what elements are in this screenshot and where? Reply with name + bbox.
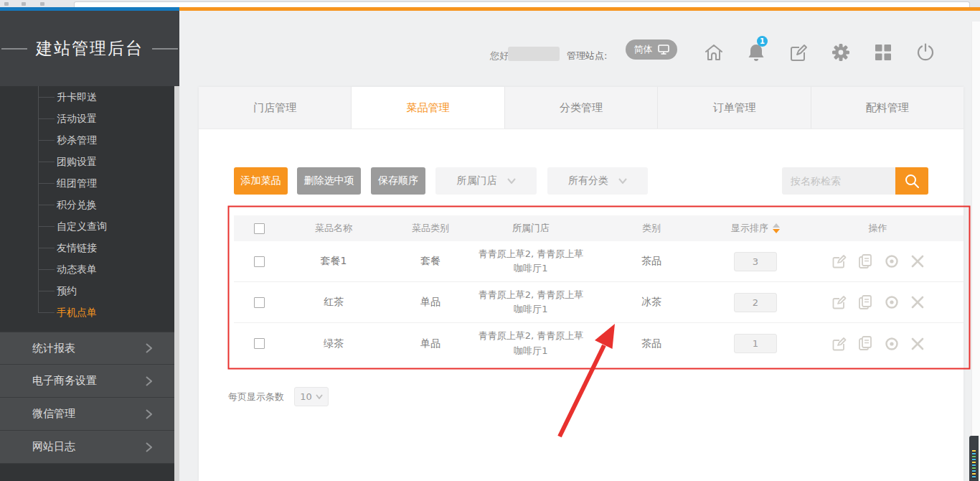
row-checkbox[interactable] xyxy=(254,338,265,349)
category-filter-dropdown[interactable]: 所有分类 xyxy=(547,167,648,195)
page-size-dropdown[interactable]: 10 xyxy=(294,387,329,406)
browser-icon[interactable] xyxy=(4,2,9,6)
chevron-right-icon xyxy=(146,343,152,353)
apps-button[interactable] xyxy=(869,38,897,67)
table-row: 红茶 单品 青青原上草2, 青青原上草咖啡厅1 冰茶 xyxy=(234,282,963,323)
store-filter-dropdown[interactable]: 所属门店 xyxy=(435,167,537,195)
dish-store: 青青原上草2, 青青原上草咖啡厅1 xyxy=(478,329,584,358)
view-button[interactable] xyxy=(885,337,899,351)
view-button[interactable] xyxy=(885,254,899,268)
edit-button[interactable] xyxy=(832,337,847,351)
tab-category-manage[interactable]: 分类管理 xyxy=(505,87,658,129)
sidebar-item-activity[interactable]: 活动设置 xyxy=(0,108,179,129)
row-checkbox[interactable] xyxy=(254,256,265,267)
column-header-ops: 操作 xyxy=(792,222,963,235)
search-button[interactable] xyxy=(895,167,928,195)
section-label: 网站日志 xyxy=(32,440,75,454)
view-button[interactable] xyxy=(885,295,899,309)
tab-store-manage[interactable]: 门店管理 xyxy=(199,87,352,129)
sort-order-input[interactable] xyxy=(734,293,777,312)
sidebar-section-logs[interactable]: 网站日志 xyxy=(0,431,179,464)
edit-button[interactable] xyxy=(832,254,847,268)
section-label: 统计报表 xyxy=(32,342,75,355)
content-card: 门店管理 菜品管理 分类管理 订单管理 配料管理 添加菜品 删除选中项 保存顺序… xyxy=(199,87,963,481)
sidebar-submenu: 升卡即送 活动设置 秒杀管理 团购设置 组团管理 积分兑换 自定义查询 友情链接… xyxy=(0,86,179,323)
sidebar-sections: 统计报表 电子商务设置 微信管理 网站日志 xyxy=(0,332,179,464)
gear-icon xyxy=(831,43,850,62)
column-header-category: 类别 xyxy=(584,222,719,235)
sidebar-section-ecommerce[interactable]: 电子商务设置 xyxy=(0,365,179,398)
tab-order-manage[interactable]: 订单管理 xyxy=(658,87,811,129)
app-title: 建站管理后台 xyxy=(36,37,143,60)
sidebar: 建站管理后台 升卡即送 活动设置 秒杀管理 团购设置 组团管理 积分兑换 自定义… xyxy=(0,11,179,481)
home-icon xyxy=(704,43,724,62)
save-order-button[interactable]: 保存顺序 xyxy=(371,167,425,195)
sidebar-scrollbar[interactable] xyxy=(174,86,179,481)
edit-button[interactable] xyxy=(832,295,847,309)
dish-category: 茶品 xyxy=(584,337,719,350)
notification-badge: 1 xyxy=(757,36,768,47)
sort-order-input[interactable] xyxy=(734,252,777,271)
sidebar-item-reservation[interactable]: 预约 xyxy=(0,280,179,302)
url-bar[interactable] xyxy=(74,1,970,7)
sidebar-section-wechat[interactable]: 微信管理 xyxy=(0,398,179,431)
store-filter-label: 所属门店 xyxy=(457,174,497,187)
sidebar-item-card-gift[interactable]: 升卡即送 xyxy=(0,86,179,108)
dish-store: 青青原上草2, 青青原上草咖啡厅1 xyxy=(478,247,584,276)
copy-button[interactable] xyxy=(859,295,872,310)
chevron-down-icon xyxy=(507,178,516,184)
row-checkbox[interactable] xyxy=(254,297,265,308)
settings-button[interactable] xyxy=(826,38,855,67)
add-dish-button[interactable]: 添加菜品 xyxy=(234,167,288,195)
sort-toggle[interactable] xyxy=(773,223,780,233)
page-scrollbar[interactable] xyxy=(971,22,980,481)
sidebar-item-groupbuy[interactable]: 团购设置 xyxy=(0,151,179,172)
browser-icon[interactable] xyxy=(40,2,44,6)
greeting-label: 您好 xyxy=(490,50,509,62)
tab-dish-manage[interactable]: 菜品管理 xyxy=(352,87,504,129)
browser-chrome xyxy=(0,0,980,7)
sidebar-section-stats[interactable]: 统计报表 xyxy=(0,332,179,365)
delete-button[interactable] xyxy=(911,296,924,309)
sidebar-item-links[interactable]: 友情链接 xyxy=(0,237,179,258)
delete-button[interactable] xyxy=(911,255,924,268)
copy-button[interactable] xyxy=(859,254,872,269)
notifications-button[interactable]: 1 xyxy=(742,38,771,67)
delete-button[interactable] xyxy=(911,337,924,350)
sidebar-item-seckill[interactable]: 秒杀管理 xyxy=(0,129,179,151)
sort-order-input[interactable] xyxy=(734,334,777,353)
column-header-store: 所属门店 xyxy=(478,221,584,235)
delete-selected-button[interactable]: 删除选中项 xyxy=(297,167,361,195)
chevron-right-icon xyxy=(146,442,152,452)
search-input[interactable] xyxy=(782,167,895,195)
sidebar-item-points[interactable]: 积分兑换 xyxy=(0,194,179,215)
select-all-checkbox[interactable] xyxy=(254,223,265,234)
sidebar-item-custom-query[interactable]: 自定义查询 xyxy=(0,215,179,237)
toolbar: 添加菜品 删除选中项 保存顺序 所属门店 所有分类 xyxy=(199,167,963,195)
copy-button[interactable] xyxy=(859,336,872,351)
compose-button[interactable] xyxy=(784,38,813,67)
browser-icon[interactable] xyxy=(22,2,26,6)
monitor-icon xyxy=(658,45,669,55)
home-button[interactable] xyxy=(699,38,728,67)
tab-bar: 门店管理 菜品管理 分类管理 订单管理 配料管理 xyxy=(199,87,963,129)
section-label: 电子商务设置 xyxy=(32,374,97,388)
header-icon-group: 1 xyxy=(699,38,940,67)
sidebar-item-dynamic-form[interactable]: 动态表单 xyxy=(0,258,179,280)
username-redacted xyxy=(508,47,560,61)
sort-asc-icon xyxy=(773,223,780,228)
sidebar-item-group-manage[interactable]: 组团管理 xyxy=(0,172,179,194)
tab-ingredient-manage[interactable]: 配料管理 xyxy=(811,87,963,129)
power-icon xyxy=(916,43,935,62)
extension-widget-stripes xyxy=(972,450,976,479)
dish-category: 冰茶 xyxy=(584,296,719,309)
logout-button[interactable] xyxy=(911,38,940,67)
column-header-sort: 显示排序 xyxy=(731,222,768,235)
dish-type: 套餐 xyxy=(383,255,478,268)
search-group xyxy=(782,167,928,195)
edit-compose-icon xyxy=(789,43,808,62)
language-switch-button[interactable]: 简体 xyxy=(626,39,677,60)
main-region: 您好 管理站点: 简体 1 xyxy=(179,11,980,481)
sidebar-item-mobile-order[interactable]: 手机点单 xyxy=(0,302,179,323)
extension-widget[interactable] xyxy=(969,436,979,481)
